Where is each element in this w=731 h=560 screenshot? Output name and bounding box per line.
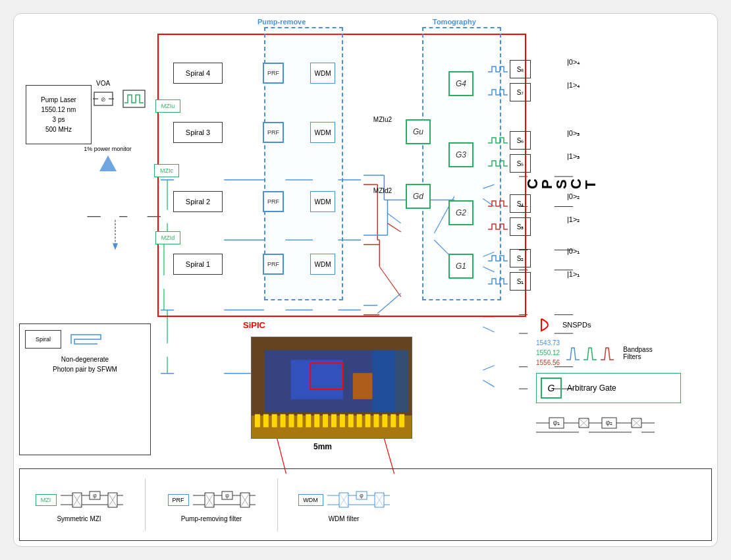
s-2-box: S₂ <box>488 249 531 267</box>
snspd-legend-row: SNSPDs <box>536 317 704 333</box>
prf-legend-box: PRF <box>168 494 189 506</box>
svg-rect-100 <box>366 414 371 428</box>
voa-label: VOA <box>96 80 110 87</box>
wavelength-values: 1543.73 1550.12 1556.56 <box>536 338 560 368</box>
bandpass-label: BandpassFilters <box>623 346 652 360</box>
right-legend: SNSPDs 1543.73 1550.12 1556.56 BandpassF… <box>536 317 704 439</box>
svg-rect-88 <box>263 414 269 428</box>
arb-gate-legend-row: G Arbitrary Gate <box>536 373 681 403</box>
wdm-4-box: WDM <box>310 63 335 84</box>
s-5-box: S₅ <box>488 154 531 173</box>
sipic-label: SiPIC <box>243 320 265 330</box>
main-container: Pump Laser 1550.12 nm 3 ps 500 MHz VOA ⊘… <box>13 13 718 547</box>
pump-laser-frequency: 500 MHz <box>45 125 72 134</box>
bottom-legend: MZI φ <box>19 468 712 541</box>
g-d-box: Gd <box>406 184 431 209</box>
g-legend-box: G <box>541 378 562 399</box>
prf-3-box: PRF <box>263 122 284 143</box>
spiral-legend-row: Arbitrary Gate Spiral <box>25 329 145 349</box>
s-1-box: S₁ <box>488 272 531 291</box>
svg-marker-4 <box>113 243 118 250</box>
g-2-box: G2 <box>448 200 474 225</box>
g-4-box: G4 <box>448 71 474 96</box>
prf-4-box: PRF <box>263 63 284 84</box>
mzi-desc: Symmetric MZI <box>57 515 101 522</box>
arb-gate-circuit: φ₁ φ₂ <box>536 408 681 439</box>
svg-rect-104 <box>399 414 404 428</box>
state-1-3: |1>₃ <box>567 152 580 161</box>
pump-laser-box: Pump Laser 1550.12 nm 3 ps 500 MHz <box>26 85 92 144</box>
wdm-legend-box: WDM <box>298 494 323 506</box>
spiral-description: Non-degeneratePhoton pair by SFWM <box>25 354 145 374</box>
svg-rect-80 <box>123 90 145 107</box>
prf-circuit-icon: φ <box>193 488 256 513</box>
svg-rect-90 <box>281 414 286 428</box>
prf-legend: PRF φ <box>165 488 257 522</box>
svg-text:φ: φ <box>225 492 229 499</box>
state-1-1: |1>₁ <box>567 270 580 279</box>
svg-rect-99 <box>357 414 362 428</box>
svg-line-53 <box>483 366 494 370</box>
mzi-d2-box: MZId2 <box>366 187 399 194</box>
g-1-box: G1 <box>448 254 474 279</box>
svg-rect-85 <box>291 360 343 399</box>
mzi-u2-box: MZIu2 <box>366 116 399 123</box>
mzi-legend-box: MZI <box>36 494 57 506</box>
state-0-2: |0>₂ <box>567 192 580 201</box>
pulse-icon <box>122 88 146 109</box>
state-0-4: |0>₄ <box>567 58 580 67</box>
pump-laser-wavelength: 1550.12 nm <box>41 105 76 115</box>
chip-image <box>251 337 412 439</box>
mzi-circuit-icon: φ <box>61 488 123 513</box>
mzi-u-box: MZIu <box>155 99 180 113</box>
wdm-2-box: WDM <box>310 191 335 212</box>
power-monitor: 1% power monitor <box>83 146 132 175</box>
state-1-2: |1>₂ <box>567 215 580 224</box>
svg-rect-105 <box>372 350 408 412</box>
spiral-1-box: Spiral 1 <box>173 254 223 275</box>
svg-text:φ₁: φ₁ <box>553 419 560 426</box>
spiral-3-box: Spiral 3 <box>173 122 223 143</box>
svg-rect-96 <box>331 414 337 428</box>
bandpass-legend-row: 1543.73 1550.12 1556.56 BandpassFilters <box>536 338 704 368</box>
s-3-box: S₃ <box>488 217 531 236</box>
svg-rect-103 <box>391 414 396 428</box>
wdm-desc: WDM filter <box>329 515 360 522</box>
s-6-box: S₆ <box>488 131 531 150</box>
svg-text:φ: φ <box>93 492 97 499</box>
state-0-1: |0>₁ <box>567 247 580 256</box>
snspd-label: SNSPDs <box>562 321 591 329</box>
s-8-box: S₈ <box>488 60 531 78</box>
svg-text:⊘: ⊘ <box>101 96 106 103</box>
svg-rect-106 <box>353 373 373 399</box>
arb-gate-label: Arbitrary Gate <box>567 383 616 393</box>
s-7-box: S₇ <box>488 83 531 101</box>
spiral-2-box: Spiral 2 <box>173 191 223 212</box>
g-3-box: G3 <box>448 142 474 167</box>
prf-1-box: PRF <box>263 254 284 275</box>
mzi-legend: MZI φ <box>33 488 125 522</box>
snspd-icon <box>536 317 557 333</box>
pump-laser-pulse: 3 ps <box>53 115 65 125</box>
svg-line-54 <box>483 380 494 387</box>
svg-rect-93 <box>306 414 311 428</box>
svg-text:φ₂: φ₂ <box>606 419 612 426</box>
tomography-label: Tomography <box>433 18 476 26</box>
wdm-circuit-icon: φ <box>327 488 390 513</box>
wdm-3-box: WDM <box>310 122 335 143</box>
svg-rect-91 <box>289 414 294 428</box>
spiral-legend-symbol: Arbitrary Gate Spiral <box>25 330 61 349</box>
spiral-coil-icon <box>68 329 104 349</box>
svg-rect-102 <box>382 414 387 428</box>
spiral-4-box: Spiral 4 <box>173 63 223 84</box>
pump-laser-label: Pump Laser <box>41 95 76 105</box>
s-4-box: S₄ <box>488 194 531 213</box>
voa-icon: ⊘ <box>93 88 114 109</box>
svg-line-52 <box>483 327 494 332</box>
g-u-box: Gu <box>406 119 431 144</box>
svg-rect-98 <box>348 414 354 428</box>
svg-text:φ: φ <box>360 492 364 499</box>
svg-rect-94 <box>314 414 319 428</box>
prf-desc: Pump-removing filter <box>181 515 242 522</box>
mzi-d-box: MZId <box>155 231 180 244</box>
